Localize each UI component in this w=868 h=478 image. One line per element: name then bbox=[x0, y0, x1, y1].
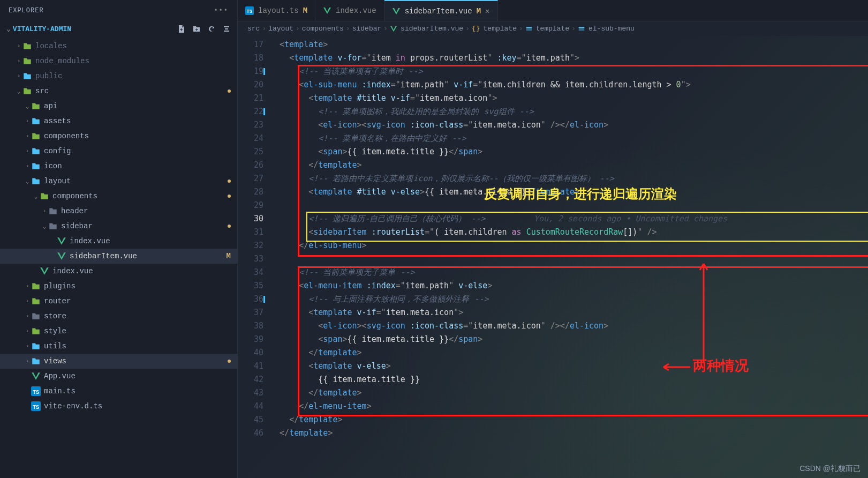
tree-item[interactable]: ›style bbox=[0, 324, 237, 339]
chevron-icon[interactable]: › bbox=[15, 43, 22, 49]
tree-item[interactable]: ›views bbox=[0, 354, 237, 369]
tree-item[interactable]: ›node_modules bbox=[0, 54, 237, 69]
tree-item[interactable]: sidebarItem.vueM bbox=[0, 249, 237, 264]
code-line[interactable]: {{ item.meta.title }} bbox=[270, 373, 868, 386]
code-line[interactable] bbox=[270, 252, 868, 266]
modified-badge: M bbox=[303, 6, 307, 15]
code-line[interactable]: </el-menu-item> bbox=[270, 400, 868, 413]
code-line[interactable]: <!-- 当前菜单项无子菜单 --> bbox=[270, 266, 868, 279]
code-editor[interactable]: 1718192021222324252627282930313233343536… bbox=[238, 36, 868, 478]
tree-item[interactable]: ⌄src bbox=[0, 84, 237, 99]
code-line[interactable]: <template v-for="item in props.routerLis… bbox=[270, 51, 868, 65]
code-line[interactable]: </template> bbox=[270, 427, 868, 440]
code-line[interactable]: <!-- 若路由中未定义菜单项icon，则仅展示名称--（我的仅一级菜单有图标）… bbox=[270, 172, 868, 185]
code-line[interactable]: </template> bbox=[270, 386, 868, 400]
breadcrumb-item[interactable]: layout bbox=[268, 25, 293, 33]
collapse-icon[interactable] bbox=[222, 25, 231, 33]
code-line[interactable]: </el-sub-menu> bbox=[270, 239, 868, 252]
chevron-icon[interactable]: ⌄ bbox=[24, 178, 31, 185]
tree-item[interactable]: ›utils bbox=[0, 339, 237, 354]
code-line[interactable]: <template v-if="item.meta.icon"> bbox=[270, 306, 868, 319]
tree-item[interactable]: ⌄layout bbox=[0, 174, 237, 189]
tree-item[interactable]: ›public bbox=[0, 69, 237, 84]
refresh-icon[interactable] bbox=[207, 25, 216, 33]
breadcrumb-item[interactable]: template bbox=[525, 25, 569, 33]
chevron-icon[interactable]: › bbox=[15, 73, 22, 79]
tree-item[interactable]: TSvite-env.d.ts bbox=[0, 399, 237, 414]
chevron-icon[interactable]: › bbox=[24, 328, 31, 334]
code-line[interactable]: <!-- 菜单项名称，在路由中定义好 --> bbox=[270, 132, 868, 145]
line-number: 20 bbox=[238, 78, 263, 92]
tree-label: header bbox=[61, 207, 231, 215]
code-line[interactable]: </template> bbox=[270, 159, 868, 172]
tree-item[interactable]: ›icon bbox=[0, 159, 237, 174]
chevron-icon[interactable]: › bbox=[24, 343, 31, 349]
editor-tab[interactable]: sidebarItem.vueM✕ bbox=[384, 0, 498, 21]
code-line[interactable]: <template> bbox=[270, 38, 868, 51]
chevron-icon[interactable]: › bbox=[24, 313, 31, 319]
tree-item[interactable]: ›config bbox=[0, 144, 237, 159]
breadcrumb-item[interactable]: components bbox=[302, 25, 344, 33]
modified-dot bbox=[228, 195, 231, 198]
chevron-icon[interactable]: ⌄ bbox=[32, 193, 40, 200]
breadcrumb-item[interactable]: sidebarItem.vue bbox=[390, 25, 463, 33]
code-line[interactable]: <!-- 菜单项图标，我此处用的是全局封装的 svg组件 --> bbox=[270, 105, 868, 118]
breadcrumb-item[interactable]: el-sub-menu bbox=[578, 25, 635, 33]
close-icon[interactable]: ✕ bbox=[485, 6, 489, 16]
code-line[interactable]: <el-menu-item :index="item.path" v-else> bbox=[270, 279, 868, 293]
tree-item[interactable]: index.vue bbox=[0, 264, 237, 279]
project-header[interactable]: ⌄VITALITY-ADMIN bbox=[0, 21, 237, 36]
tree-item[interactable]: ›plugins bbox=[0, 279, 237, 294]
code-line[interactable]: <el-icon><svg-icon :icon-class="item.met… bbox=[270, 118, 868, 132]
chevron-icon[interactable]: ⌄ bbox=[41, 223, 48, 230]
tree-item[interactable]: ›assets bbox=[0, 114, 237, 129]
new-file-icon[interactable] bbox=[177, 25, 186, 33]
line-number: 41 bbox=[238, 360, 263, 373]
code-line[interactable]: <span>{{ item.meta.title }}</span> bbox=[270, 145, 868, 159]
tree-item[interactable]: ⌄api bbox=[0, 99, 237, 114]
code-line[interactable]: </template> bbox=[270, 346, 868, 360]
code-line[interactable]: <el-icon><svg-icon :icon-class="item.met… bbox=[270, 319, 868, 333]
tree-item[interactable]: ›header bbox=[0, 204, 237, 219]
code-line[interactable]: <!-- 当该菜单项有子菜单时 --> bbox=[270, 65, 868, 78]
chevron-icon[interactable]: › bbox=[24, 358, 31, 364]
chevron-icon[interactable]: › bbox=[24, 163, 31, 169]
chevron-icon[interactable]: › bbox=[41, 208, 48, 214]
file-icon bbox=[31, 161, 41, 171]
breadcrumb-item[interactable]: {}template bbox=[472, 25, 517, 33]
breadcrumb-item[interactable]: src bbox=[247, 25, 260, 33]
code-line[interactable]: </template> bbox=[270, 413, 868, 427]
chevron-icon[interactable]: › bbox=[24, 298, 31, 304]
tree-item[interactable]: TSmain.ts bbox=[0, 384, 237, 399]
chevron-icon[interactable]: ⌄ bbox=[24, 103, 31, 110]
tree-item[interactable]: App.vue bbox=[0, 369, 237, 384]
file-icon bbox=[31, 101, 41, 111]
tree-item[interactable]: ⌄components bbox=[0, 189, 237, 204]
tree-item[interactable]: ›components bbox=[0, 129, 237, 144]
chevron-icon[interactable]: ⌄ bbox=[15, 88, 22, 95]
tree-item[interactable]: ›locales bbox=[0, 39, 237, 54]
chevron-icon[interactable]: › bbox=[15, 58, 22, 64]
chevron-icon[interactable]: › bbox=[24, 133, 31, 139]
code-line[interactable]: <!-- 与上面注释大致相同，不多做额外注释 --> bbox=[270, 293, 868, 306]
code-line[interactable]: <template #title v-if="item.meta.icon"> bbox=[270, 92, 868, 105]
breadcrumb[interactable]: src›layout›components›sidebar›sidebarIte… bbox=[238, 21, 868, 36]
code-line[interactable]: <!-- 递归遍历-自己调用自己（核心代码） --> You, 2 second… bbox=[270, 212, 868, 226]
breadcrumb-item[interactable]: sidebar bbox=[352, 25, 382, 33]
code-line[interactable]: <el-sub-menu :index="item.path" v-if="it… bbox=[270, 78, 868, 92]
code-line[interactable]: <span>{{ item.meta.title }}</span> bbox=[270, 333, 868, 346]
chevron-icon[interactable]: › bbox=[24, 118, 31, 124]
tree-item[interactable]: ›store bbox=[0, 309, 237, 324]
code-content[interactable]: <template> <template v-for="item in prop… bbox=[270, 36, 868, 478]
explorer-menu-icon[interactable]: ••• bbox=[214, 7, 229, 14]
code-line[interactable]: <template v-else> bbox=[270, 360, 868, 373]
tree-item[interactable]: ⌄sidebar bbox=[0, 219, 237, 234]
code-line[interactable]: <sidebarItem :routerList="( item.childre… bbox=[270, 226, 868, 239]
chevron-icon[interactable]: › bbox=[24, 148, 31, 154]
chevron-icon[interactable]: › bbox=[24, 283, 31, 289]
editor-tab[interactable]: index.vue bbox=[315, 0, 384, 21]
editor-tab[interactable]: TSlayout.tsM bbox=[238, 0, 315, 21]
new-folder-icon[interactable] bbox=[192, 25, 201, 33]
tree-item[interactable]: ›router bbox=[0, 294, 237, 309]
tree-item[interactable]: index.vue bbox=[0, 234, 237, 249]
